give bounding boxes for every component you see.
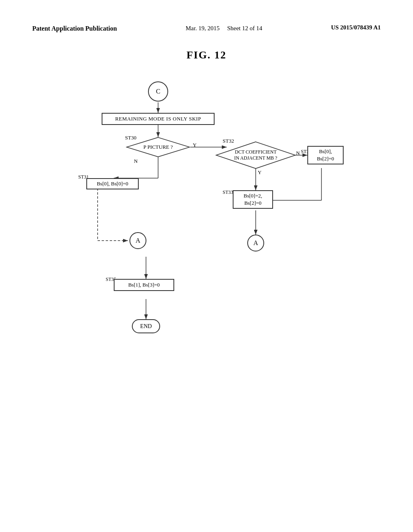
st35-process: Bs[1], Bs[3]=0 [114, 279, 174, 291]
c-circle: C [148, 81, 168, 102]
publication-meta: Mar. 19, 2015 Sheet 12 of 14 [186, 24, 262, 33]
page: Patent Application Publication Mar. 19, … [0, 0, 413, 532]
dct-diamond: DCT COEFFICIENT IN ADJACENT MB ? [215, 141, 296, 169]
end-circle: END [132, 319, 160, 333]
figure-title: FIG. 12 [32, 49, 381, 61]
pub-date: Mar. 19, 2015 [186, 25, 219, 31]
patent-number: US 2015/078439 A1 [331, 24, 381, 31]
y-label-dct: Y [258, 169, 261, 176]
arrows-svg [65, 81, 348, 396]
page-header: Patent Application Publication Mar. 19, … [32, 24, 381, 33]
st33-label: ST33 [223, 189, 233, 195]
n-label-dct: N [296, 150, 300, 156]
flowchart: C REMAINING MODE IS ONLY SKIP ST30 P PIC… [65, 81, 348, 396]
y-label-p-picture: Y [193, 142, 196, 148]
sheet-info: Sheet 12 of 14 [227, 25, 262, 31]
a-circle-top: A [129, 232, 146, 249]
publication-title: Patent Application Publication [32, 24, 117, 33]
dct-text: DCT COEFFICIENT IN ADJACENT MB ? [234, 149, 277, 162]
st34-process: Bs[0], Bs[2]=0 [307, 146, 344, 164]
st33-process: Bs[0]=2, Bs[2]=0 [233, 190, 273, 209]
n-label-p-picture: N [134, 158, 138, 164]
p-picture-text: P PICTURE ? [143, 144, 173, 151]
p-picture-diamond: P PICTURE ? [126, 137, 190, 158]
st31-process: Bs[0], Bs[0]=0 [86, 178, 139, 189]
a-circle-bottom: A [247, 235, 264, 251]
remaining-mode-box: REMAINING MODE IS ONLY SKIP [102, 113, 215, 125]
